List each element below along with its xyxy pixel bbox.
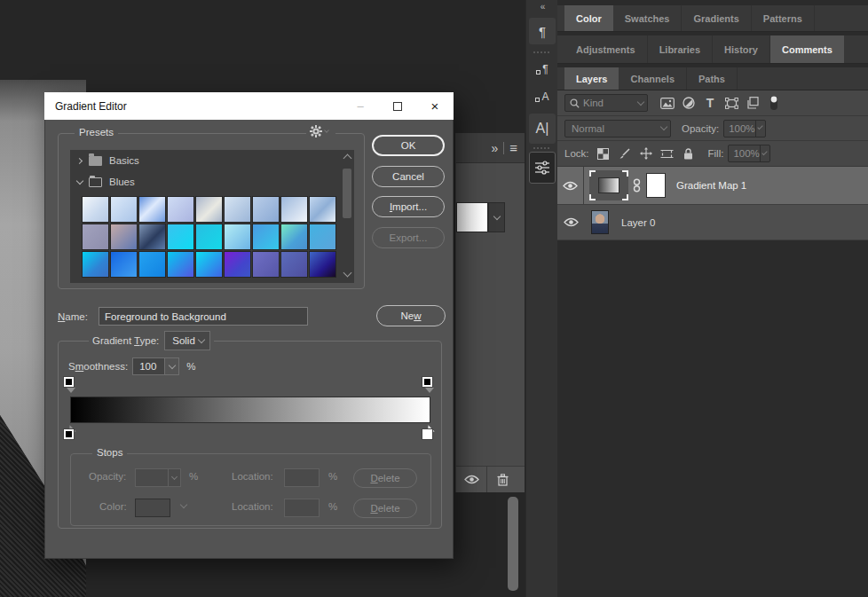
gradient-swatch-0[interactable] [82,196,109,223]
character-panel-button[interactable]: A| [529,114,556,144]
layer-name[interactable]: Gradient Map 1 [676,180,746,191]
lock-pixels-button[interactable] [614,145,635,162]
tab-swatches[interactable]: Swatches [613,5,683,31]
gradient-swatch-25[interactable] [280,251,308,278]
cancel-button[interactable]: Cancel [372,166,445,187]
delete-adjustment-button[interactable] [487,467,517,492]
filter-smart-objects-button[interactable] [742,94,763,112]
gradient-swatch-13[interactable] [195,224,223,250]
tab-adjustments[interactable]: Adjustments [564,35,648,63]
gradient-preview-dropdown[interactable] [488,202,505,232]
ok-button[interactable]: OK [372,135,445,156]
paragraph-styles-panel-button[interactable]: ¶ [529,56,556,82]
mask-link-icon[interactable] [633,178,641,192]
paragraph-panel-button[interactable]: ¶ [529,18,556,44]
lock-position-button[interactable] [635,145,657,162]
dock-group-grip[interactable] [533,51,551,53]
gradient-swatch-7[interactable] [280,196,308,223]
gradient-swatch-9[interactable] [82,224,109,250]
filter-kind-select[interactable]: Kind [564,94,648,112]
layer-name[interactable]: Layer 0 [621,217,655,228]
opacity-stop-left[interactable] [64,377,74,387]
smoothness-input[interactable]: 100 [132,357,164,375]
preset-folder-blues[interactable]: Blues [70,171,354,192]
blend-mode-select[interactable]: Normal [564,120,671,137]
filter-toggle-switch[interactable] [763,94,785,112]
fill-select[interactable]: 100% [728,145,770,162]
chevron-right-icon[interactable] [76,157,83,163]
tab-paths[interactable]: Paths [687,67,738,90]
filter-adjustment-layers-button[interactable] [678,94,699,112]
gradient-swatch-18[interactable] [82,251,109,278]
scroll-up-icon[interactable] [343,154,351,163]
gradient-swatch-12[interactable] [167,224,194,250]
gradient-swatch-20[interactable] [138,251,166,278]
gradient-swatch-16[interactable] [280,224,308,250]
gradient-swatch-6[interactable] [252,196,280,223]
gradient-swatch-24[interactable] [252,251,280,278]
tab-patterns[interactable]: Patterns [752,5,815,31]
tab-libraries[interactable]: Libraries [648,35,713,63]
layer-row-layer0[interactable]: Layer 0 [557,205,868,240]
scrollbar-thumb[interactable] [343,169,351,218]
adjustment-layer-thumbnail[interactable] [589,170,628,200]
gradient-swatch-2[interactable] [138,196,166,223]
layer-visibility-button[interactable] [456,467,486,492]
scroll-down-icon[interactable] [343,269,351,278]
presets-scrollbar[interactable] [342,152,352,281]
opacity-stop-right[interactable] [422,377,432,387]
layer-photo-thumbnail[interactable] [591,210,609,234]
gradient-swatch-14[interactable] [224,224,251,250]
layer-mask-thumbnail[interactable] [646,173,666,198]
layer-visibility-toggle[interactable] [557,167,584,204]
gradient-name-input[interactable] [99,307,308,326]
collapse-dock-icon[interactable]: « [526,0,557,12]
gradient-swatch-19[interactable] [110,251,138,278]
gradient-swatch-26[interactable] [309,251,336,278]
gradient-swatch-17[interactable] [309,224,336,250]
filter-type-layers-button[interactable]: T [699,94,721,112]
gradient-type-select[interactable]: Solid [164,331,210,350]
tab-color[interactable]: Color [564,5,613,31]
tab-comments[interactable]: Comments [770,35,844,63]
gradient-swatch-3[interactable] [167,196,194,223]
gradient-swatch-4[interactable] [195,196,223,223]
lock-transparency-button[interactable] [593,145,614,162]
tab-gradients[interactable]: Gradients [682,5,751,31]
collapse-panel-icon[interactable]: » [491,141,498,155]
presets-menu-button[interactable] [306,125,335,137]
import-button[interactable]: Import... [372,196,445,217]
gradient-swatch-10[interactable] [110,224,138,250]
gradient-swatch-11[interactable] [138,224,166,250]
properties-panel-button[interactable] [529,152,556,184]
gradient-swatch-8[interactable] [309,196,336,223]
color-stop-left[interactable] [64,429,74,439]
gradient-swatch-15[interactable] [252,224,280,250]
panel-scrollbar-thumb[interactable] [508,497,518,591]
tab-history[interactable]: History [713,35,770,63]
new-button[interactable]: New [376,305,446,326]
lock-artboard-button[interactable] [657,145,678,162]
opacity-select[interactable]: 100% [723,120,766,137]
filter-shape-layers-button[interactable] [721,94,742,112]
gradient-preview-bar[interactable] [70,397,430,423]
tab-channels[interactable]: Channels [619,67,687,90]
gradient-preview-swatch[interactable] [456,202,488,232]
gradient-swatch-22[interactable] [195,251,223,278]
smoothness-dropdown[interactable] [164,357,179,375]
preset-folder-basics[interactable]: Basics [70,150,354,171]
gradient-swatch-23[interactable] [224,251,251,278]
layer-row-gradient-map[interactable]: Gradient Map 1 [557,167,868,205]
lock-all-button[interactable] [678,145,699,162]
chevron-down-icon[interactable] [76,177,83,185]
maximize-button[interactable] [379,92,416,120]
filter-pixel-layers-button[interactable] [657,94,678,112]
dialog-titlebar[interactable]: Gradient Editor – × [44,92,454,120]
character-styles-panel-button[interactable]: A [529,83,556,110]
panel-menu-icon[interactable]: ≡ [509,140,517,155]
tab-layers[interactable]: Layers [564,67,619,90]
gradient-swatch-21[interactable] [167,251,194,278]
close-button[interactable]: × [416,92,454,120]
layer-visibility-toggle[interactable] [557,205,584,240]
gradient-swatch-1[interactable] [110,196,138,223]
